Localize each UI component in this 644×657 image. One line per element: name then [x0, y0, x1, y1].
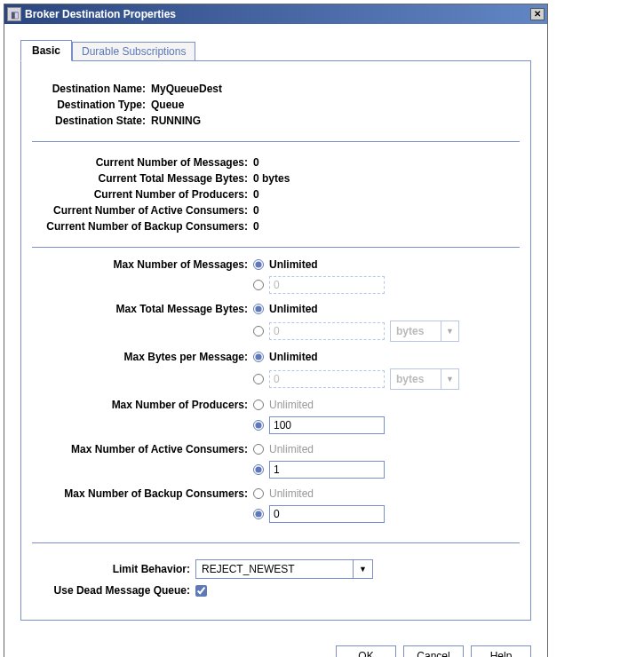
current-bytes-value: 0 bytes: [253, 172, 290, 185]
destination-type-label: Destination Type:: [36, 99, 151, 111]
max-bytes-per-msg-label: Max Bytes per Message:: [36, 351, 253, 363]
max-producers-unlimited-radio[interactable]: [253, 400, 264, 410]
max-messages-label: Max Number of Messages:: [36, 258, 253, 271]
max-total-bytes-unlimited-option[interactable]: Unlimited: [253, 303, 459, 315]
max-producers-value-radio[interactable]: [253, 420, 264, 431]
max-producers-label: Max Number of Producers:: [36, 399, 253, 411]
limits-config: Max Number of Messages: Unlimited Max: [32, 251, 520, 539]
max-bytes-per-msg-unlimited-option[interactable]: Unlimited: [253, 351, 459, 363]
max-active-consumers-input[interactable]: [269, 461, 385, 479]
ok-button[interactable]: OK: [336, 645, 396, 657]
max-backup-consumers-value-option[interactable]: [253, 505, 385, 523]
current-active-consumers-label: Current Number of Active Consumers:: [36, 204, 253, 217]
max-messages-unlimited-option[interactable]: Unlimited: [253, 258, 385, 271]
tab-bar: Basic Durable Subscriptions: [20, 40, 531, 61]
limit-behavior-select[interactable]: REJECT_NEWEST ▼: [195, 559, 373, 579]
max-active-consumers-value-option[interactable]: [253, 461, 385, 479]
current-backup-consumers-label: Current Number of Backup Consumers:: [36, 220, 253, 233]
max-backup-consumers-value-radio[interactable]: [253, 509, 264, 519]
max-producers-unlimited-option[interactable]: Unlimited: [253, 399, 385, 411]
max-active-consumers-value-radio[interactable]: [253, 464, 264, 475]
max-messages-value-radio[interactable]: [253, 280, 264, 290]
max-bytes-per-msg-value-radio[interactable]: [253, 374, 264, 384]
button-bar: OK Cancel Help: [4, 637, 547, 657]
titlebar: ◧ Broker Destination Properties ✕: [4, 4, 547, 24]
chevron-down-icon: ▼: [353, 560, 372, 578]
destination-state-value: RUNNING: [151, 115, 201, 127]
dead-message-queue-checkbox[interactable]: [195, 585, 207, 597]
max-bytes-per-msg-value-option[interactable]: bytes ▼: [253, 368, 459, 390]
app-icon: ◧: [7, 7, 21, 21]
max-bytes-per-msg-unlimited-radio[interactable]: [253, 352, 264, 362]
max-active-consumers-unlimited-option[interactable]: Unlimited: [253, 443, 385, 455]
max-bytes-per-msg-input[interactable]: [269, 370, 385, 388]
behavior-config: Limit Behavior: REJECT_NEWEST ▼ Use Dead…: [32, 547, 520, 609]
max-messages-value-option[interactable]: [253, 276, 385, 294]
max-backup-consumers-unlimited-option[interactable]: Unlimited: [253, 487, 385, 500]
max-total-bytes-value-option[interactable]: bytes ▼: [253, 321, 459, 342]
current-messages-label: Current Number of Messages:: [36, 156, 253, 169]
max-total-bytes-unlimited-radio[interactable]: [253, 304, 264, 314]
max-bytes-per-msg-unit-select[interactable]: bytes ▼: [390, 368, 459, 390]
max-producers-input[interactable]: [269, 416, 385, 434]
destination-type-value: Queue: [151, 99, 184, 111]
destination-state-label: Destination State:: [36, 115, 151, 127]
close-icon[interactable]: ✕: [530, 8, 545, 20]
chevron-down-icon: ▼: [441, 369, 458, 389]
max-producers-value-option[interactable]: [253, 416, 385, 434]
current-backup-consumers-value: 0: [253, 220, 259, 233]
destination-name-label: Destination Name:: [36, 83, 151, 95]
max-active-consumers-unlimited-radio[interactable]: [253, 444, 264, 455]
window-title: Broker Destination Properties: [25, 8, 176, 20]
max-backup-consumers-input[interactable]: [269, 505, 385, 523]
chevron-down-icon: ▼: [441, 321, 458, 341]
current-producers-label: Current Number of Producers:: [36, 188, 253, 201]
limit-behavior-label: Limit Behavior:: [36, 563, 195, 575]
current-messages-value: 0: [253, 156, 259, 169]
current-active-consumers-value: 0: [253, 204, 259, 217]
max-messages-input[interactable]: [269, 276, 385, 294]
max-total-bytes-unit-select[interactable]: bytes ▼: [390, 321, 459, 342]
max-backup-consumers-unlimited-radio[interactable]: [253, 488, 264, 499]
help-button[interactable]: Help: [471, 645, 531, 657]
max-backup-consumers-label: Max Number of Backup Consumers:: [36, 487, 253, 500]
tab-basic[interactable]: Basic: [20, 40, 72, 61]
max-total-bytes-input[interactable]: [269, 322, 385, 340]
max-total-bytes-value-radio[interactable]: [253, 326, 264, 336]
max-total-bytes-label: Max Total Message Bytes:: [36, 303, 253, 315]
current-bytes-label: Current Total Message Bytes:: [36, 172, 253, 185]
destination-info: Destination Name: MyQueueDest Destinatio…: [32, 72, 520, 138]
dialog-window: ◧ Broker Destination Properties ✕ Basic …: [4, 4, 548, 657]
current-producers-value: 0: [253, 188, 259, 201]
dead-message-queue-label: Use Dead Message Queue:: [36, 584, 195, 597]
cancel-button[interactable]: Cancel: [403, 645, 464, 657]
current-stats: Current Number of Messages: 0 Current To…: [32, 146, 520, 243]
destination-name-value: MyQueueDest: [151, 83, 222, 95]
max-active-consumers-label: Max Number of Active Consumers:: [36, 443, 253, 455]
tab-durable-subscriptions[interactable]: Durable Subscriptions: [72, 42, 195, 61]
tab-panel-basic: Destination Name: MyQueueDest Destinatio…: [20, 60, 531, 621]
max-messages-unlimited-radio[interactable]: [253, 259, 264, 270]
